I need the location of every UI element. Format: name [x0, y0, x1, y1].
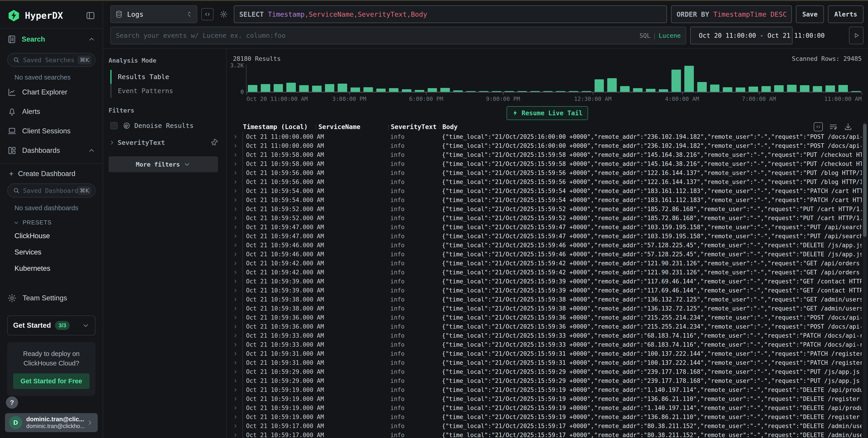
severity-filter-group[interactable]: SeverityText	[109, 139, 218, 146]
sidebar-item-chart-explorer[interactable]: Chart Explorer	[0, 82, 103, 102]
column-header-timestamp[interactable]: Timestamp (Local)	[243, 123, 318, 131]
mode-sql[interactable]: SQL	[639, 32, 650, 39]
table-row[interactable]: Oct 21 10:59:29.000 AM info {"time_local…	[233, 367, 862, 376]
table-row[interactable]: Oct 21 10:59:19.000 AM info {"time_local…	[233, 403, 862, 412]
collapse-sidebar-icon[interactable]	[86, 11, 95, 21]
row-expander[interactable]	[233, 159, 243, 168]
get-started-free-button[interactable]: Get Started for Free	[13, 373, 90, 389]
table-row[interactable]: Oct 21 10:59:36.000 AM info {"time_local…	[233, 313, 862, 322]
column-resize-handle[interactable]: ⋮	[313, 124, 318, 130]
table-row[interactable]: Oct 21 10:59:52.000 AM info {"time_local…	[233, 205, 862, 213]
histogram-plot[interactable]	[246, 64, 862, 93]
saved-searches-input[interactable]: ⌘K	[7, 53, 95, 67]
row-expander[interactable]	[233, 286, 243, 295]
table-row[interactable]: Oct 21 10:59:17.000 AM info {"time_local…	[233, 431, 862, 438]
row-expander[interactable]	[233, 340, 243, 349]
row-expander[interactable]	[233, 250, 243, 259]
row-expander[interactable]	[233, 268, 243, 277]
table-row[interactable]: Oct 21 10:59:54.000 AM info {"time_local…	[233, 196, 862, 205]
table-row[interactable]: Oct 21 10:59:56.000 AM info {"time_local…	[233, 177, 862, 187]
row-expander[interactable]	[233, 223, 243, 232]
row-expander[interactable]	[233, 132, 243, 141]
table-row[interactable]: Oct 21 10:59:31.000 AM info {"time_local…	[233, 349, 862, 358]
sidebar-item-dashboards[interactable]: Dashboards	[0, 141, 103, 160]
mode-lucene[interactable]: Lucene	[658, 32, 681, 39]
row-expander[interactable]	[233, 367, 243, 376]
table-row[interactable]: Oct 21 10:59:31.000 AM info {"time_local…	[233, 358, 862, 367]
table-row[interactable]: Oct 21 10:59:56.000 AM info {"time_local…	[233, 168, 862, 177]
table-row[interactable]: Oct 21 10:59:19.000 AM info {"time_local…	[233, 412, 862, 422]
run-query-button[interactable]	[849, 27, 864, 44]
column-header-body[interactable]: ⋮ Body	[442, 122, 862, 131]
table-scrollbar-thumb[interactable]	[863, 124, 867, 237]
row-expander[interactable]	[233, 213, 243, 223]
row-expander[interactable]	[233, 187, 243, 196]
column-resize-handle[interactable]: ⋮	[437, 123, 442, 130]
row-expander[interactable]	[233, 295, 243, 304]
row-expander[interactable]	[233, 394, 243, 403]
code-icon[interactable]	[814, 122, 823, 131]
table-row[interactable]: Oct 21 10:59:39.000 AM info {"time_local…	[233, 277, 862, 286]
help-button[interactable]: ?	[6, 396, 18, 409]
presets-toggle[interactable]: PRESETS	[0, 213, 103, 228]
table-row[interactable]: Oct 21 10:59:38.000 AM info {"time_local…	[233, 304, 862, 313]
row-expander[interactable]	[233, 385, 243, 394]
more-filters-button[interactable]: More filters	[108, 157, 218, 172]
sidebar-item-alerts[interactable]: Alerts	[0, 102, 103, 121]
sidebar-item-client-sessions[interactable]: Client Sessions	[0, 121, 103, 141]
table-row[interactable]: Oct 21 10:59:54.000 AM info {"time_local…	[233, 187, 862, 196]
table-row[interactable]: Oct 21 10:59:38.000 AM info {"time_local…	[233, 295, 862, 304]
time-range-picker[interactable]: Oct 20 11:00:00 - Oct 21 11:00:00	[690, 27, 793, 44]
code-view-button[interactable]	[201, 8, 214, 20]
download-icon[interactable]	[844, 122, 852, 131]
table-row[interactable]: Oct 21 10:59:36.000 AM info {"time_local…	[233, 322, 862, 331]
row-expander[interactable]	[233, 196, 243, 205]
table-row[interactable]: Oct 21 10:59:58.000 AM info {"time_local…	[233, 150, 862, 159]
table-row[interactable]: Oct 21 10:59:42.000 AM info {"time_local…	[233, 268, 862, 277]
table-row[interactable]: Oct 21 10:59:46.000 AM info {"time_local…	[233, 250, 862, 259]
table-row[interactable]: Oct 21 10:59:19.000 AM info {"time_local…	[233, 394, 862, 403]
source-settings-button[interactable]	[218, 8, 230, 20]
row-expander[interactable]	[233, 322, 243, 331]
saved-dashboards-field[interactable]	[23, 187, 78, 194]
search-input[interactable]	[116, 32, 636, 39]
table-row[interactable]: Oct 21 10:59:46.000 AM info {"time_local…	[233, 241, 862, 250]
table-row[interactable]: Oct 21 10:59:52.000 AM info {"time_local…	[233, 213, 862, 223]
table-row[interactable]: Oct 21 10:59:19.000 AM info {"time_local…	[233, 385, 862, 394]
saved-dashboards-input[interactable]: ⌘K	[7, 183, 95, 198]
preset-item[interactable]: Kubernetes	[0, 260, 103, 277]
preset-item[interactable]: Services	[0, 244, 103, 260]
table-row[interactable]: Oct 21 10:59:29.000 AM info {"time_local…	[233, 376, 862, 385]
row-expander[interactable]	[233, 358, 243, 367]
table-row[interactable]: Oct 21 11:00:00.000 AM info {"time_local…	[233, 132, 862, 141]
row-expander[interactable]	[233, 313, 243, 322]
row-expander[interactable]	[233, 422, 243, 431]
row-expander[interactable]	[233, 259, 243, 268]
saved-searches-field[interactable]	[23, 57, 78, 64]
table-row[interactable]: Oct 21 10:59:33.000 AM info {"time_local…	[233, 331, 862, 340]
row-expander[interactable]	[233, 412, 243, 422]
table-row[interactable]: Oct 21 10:59:47.000 AM info {"time_local…	[233, 223, 862, 232]
column-header-servicename[interactable]: ⋮ServiceName	[318, 123, 391, 131]
tab-event-patterns[interactable]: Event Patterns	[112, 84, 218, 98]
row-expander[interactable]	[233, 376, 243, 385]
resume-live-tail-button[interactable]: Resume Live Tail	[506, 106, 588, 120]
row-expander[interactable]	[233, 349, 243, 358]
create-dashboard-button[interactable]: + Create Dashboard	[0, 163, 103, 180]
row-expander[interactable]	[233, 150, 243, 159]
user-menu[interactable]: D dominic.tran@clic... dominic.tran@clic…	[5, 413, 98, 432]
table-row[interactable]: Oct 21 10:59:47.000 AM info {"time_local…	[233, 232, 862, 241]
table-row[interactable]: Oct 21 10:59:33.000 AM info {"time_local…	[233, 340, 862, 349]
row-expander[interactable]	[233, 232, 243, 241]
event-search-box[interactable]: SQL|Lucene	[111, 27, 686, 44]
get-started-dropdown[interactable]: Get Started 3/3	[7, 315, 95, 335]
column-resize-handle[interactable]: ⋮	[385, 124, 391, 130]
row-expander[interactable]	[233, 403, 243, 412]
table-row[interactable]: Oct 21 10:59:17.000 AM info {"time_local…	[233, 422, 862, 431]
sidebar-item-team-settings[interactable]: Team Settings	[0, 287, 103, 310]
alerts-button[interactable]: Alerts	[828, 5, 864, 23]
row-expander[interactable]	[233, 177, 243, 187]
wrap-text-icon[interactable]	[829, 122, 838, 131]
denoise-results-toggle[interactable]: Denoise Results	[111, 122, 218, 130]
row-expander[interactable]	[233, 168, 243, 177]
